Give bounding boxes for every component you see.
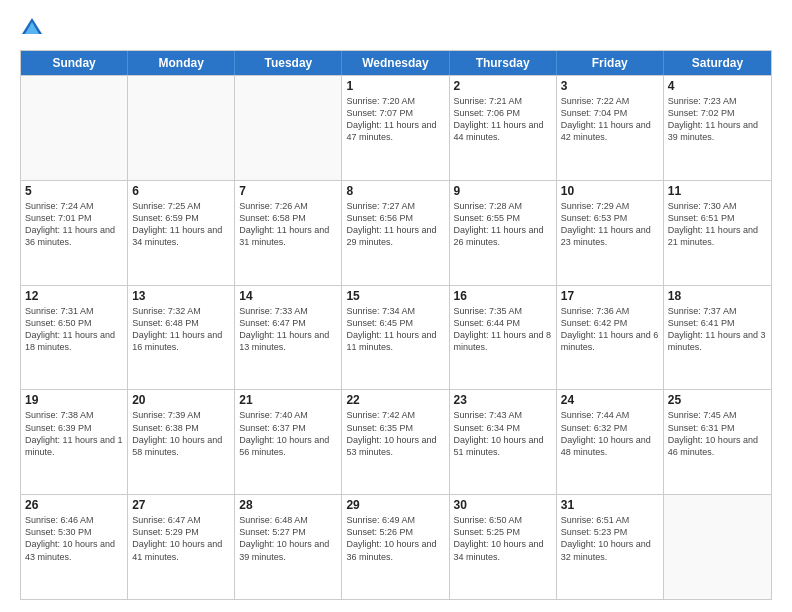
logo-icon bbox=[20, 16, 44, 40]
cell-info: Sunrise: 6:47 AMSunset: 5:29 PMDaylight:… bbox=[132, 514, 230, 563]
calendar-cell: 22Sunrise: 7:42 AMSunset: 6:35 PMDayligh… bbox=[342, 390, 449, 494]
calendar-cell: 11Sunrise: 7:30 AMSunset: 6:51 PMDayligh… bbox=[664, 181, 771, 285]
day-number: 4 bbox=[668, 79, 767, 93]
cell-info: Sunrise: 7:39 AMSunset: 6:38 PMDaylight:… bbox=[132, 409, 230, 458]
day-number: 8 bbox=[346, 184, 444, 198]
logo bbox=[20, 16, 48, 40]
cell-info: Sunrise: 7:42 AMSunset: 6:35 PMDaylight:… bbox=[346, 409, 444, 458]
day-number: 27 bbox=[132, 498, 230, 512]
cell-info: Sunrise: 7:45 AMSunset: 6:31 PMDaylight:… bbox=[668, 409, 767, 458]
day-number: 24 bbox=[561, 393, 659, 407]
calendar-cell: 3Sunrise: 7:22 AMSunset: 7:04 PMDaylight… bbox=[557, 76, 664, 180]
cell-info: Sunrise: 7:30 AMSunset: 6:51 PMDaylight:… bbox=[668, 200, 767, 249]
page: SundayMondayTuesdayWednesdayThursdayFrid… bbox=[0, 0, 792, 612]
cell-info: Sunrise: 7:31 AMSunset: 6:50 PMDaylight:… bbox=[25, 305, 123, 354]
calendar-cell bbox=[235, 76, 342, 180]
cell-info: Sunrise: 7:33 AMSunset: 6:47 PMDaylight:… bbox=[239, 305, 337, 354]
day-number: 11 bbox=[668, 184, 767, 198]
cell-info: Sunrise: 7:43 AMSunset: 6:34 PMDaylight:… bbox=[454, 409, 552, 458]
calendar-cell: 8Sunrise: 7:27 AMSunset: 6:56 PMDaylight… bbox=[342, 181, 449, 285]
day-number: 5 bbox=[25, 184, 123, 198]
calendar-cell: 17Sunrise: 7:36 AMSunset: 6:42 PMDayligh… bbox=[557, 286, 664, 390]
calendar-cell: 19Sunrise: 7:38 AMSunset: 6:39 PMDayligh… bbox=[21, 390, 128, 494]
calendar-cell: 30Sunrise: 6:50 AMSunset: 5:25 PMDayligh… bbox=[450, 495, 557, 599]
cell-info: Sunrise: 7:27 AMSunset: 6:56 PMDaylight:… bbox=[346, 200, 444, 249]
cell-info: Sunrise: 7:20 AMSunset: 7:07 PMDaylight:… bbox=[346, 95, 444, 144]
calendar-row: 26Sunrise: 6:46 AMSunset: 5:30 PMDayligh… bbox=[21, 494, 771, 599]
cell-info: Sunrise: 7:37 AMSunset: 6:41 PMDaylight:… bbox=[668, 305, 767, 354]
day-number: 17 bbox=[561, 289, 659, 303]
day-number: 25 bbox=[668, 393, 767, 407]
day-of-week-header: Tuesday bbox=[235, 51, 342, 75]
day-number: 16 bbox=[454, 289, 552, 303]
calendar-row: 19Sunrise: 7:38 AMSunset: 6:39 PMDayligh… bbox=[21, 389, 771, 494]
day-of-week-header: Saturday bbox=[664, 51, 771, 75]
day-number: 28 bbox=[239, 498, 337, 512]
header bbox=[20, 16, 772, 40]
day-number: 30 bbox=[454, 498, 552, 512]
day-number: 3 bbox=[561, 79, 659, 93]
calendar-body: 1Sunrise: 7:20 AMSunset: 7:07 PMDaylight… bbox=[21, 75, 771, 599]
day-of-week-header: Monday bbox=[128, 51, 235, 75]
day-number: 6 bbox=[132, 184, 230, 198]
day-of-week-header: Thursday bbox=[450, 51, 557, 75]
calendar-cell bbox=[21, 76, 128, 180]
day-number: 1 bbox=[346, 79, 444, 93]
calendar-cell: 26Sunrise: 6:46 AMSunset: 5:30 PMDayligh… bbox=[21, 495, 128, 599]
calendar-cell: 13Sunrise: 7:32 AMSunset: 6:48 PMDayligh… bbox=[128, 286, 235, 390]
day-number: 7 bbox=[239, 184, 337, 198]
cell-info: Sunrise: 6:46 AMSunset: 5:30 PMDaylight:… bbox=[25, 514, 123, 563]
day-number: 2 bbox=[454, 79, 552, 93]
cell-info: Sunrise: 7:25 AMSunset: 6:59 PMDaylight:… bbox=[132, 200, 230, 249]
calendar-cell: 7Sunrise: 7:26 AMSunset: 6:58 PMDaylight… bbox=[235, 181, 342, 285]
calendar-cell: 5Sunrise: 7:24 AMSunset: 7:01 PMDaylight… bbox=[21, 181, 128, 285]
calendar-cell: 28Sunrise: 6:48 AMSunset: 5:27 PMDayligh… bbox=[235, 495, 342, 599]
calendar-cell: 23Sunrise: 7:43 AMSunset: 6:34 PMDayligh… bbox=[450, 390, 557, 494]
calendar-cell: 1Sunrise: 7:20 AMSunset: 7:07 PMDaylight… bbox=[342, 76, 449, 180]
cell-info: Sunrise: 6:49 AMSunset: 5:26 PMDaylight:… bbox=[346, 514, 444, 563]
cell-info: Sunrise: 7:21 AMSunset: 7:06 PMDaylight:… bbox=[454, 95, 552, 144]
calendar-header: SundayMondayTuesdayWednesdayThursdayFrid… bbox=[21, 51, 771, 75]
calendar-cell: 14Sunrise: 7:33 AMSunset: 6:47 PMDayligh… bbox=[235, 286, 342, 390]
calendar-cell: 18Sunrise: 7:37 AMSunset: 6:41 PMDayligh… bbox=[664, 286, 771, 390]
day-of-week-header: Wednesday bbox=[342, 51, 449, 75]
cell-info: Sunrise: 7:35 AMSunset: 6:44 PMDaylight:… bbox=[454, 305, 552, 354]
calendar-cell: 10Sunrise: 7:29 AMSunset: 6:53 PMDayligh… bbox=[557, 181, 664, 285]
cell-info: Sunrise: 6:51 AMSunset: 5:23 PMDaylight:… bbox=[561, 514, 659, 563]
calendar-row: 1Sunrise: 7:20 AMSunset: 7:07 PMDaylight… bbox=[21, 75, 771, 180]
day-number: 29 bbox=[346, 498, 444, 512]
calendar-cell bbox=[664, 495, 771, 599]
cell-info: Sunrise: 7:29 AMSunset: 6:53 PMDaylight:… bbox=[561, 200, 659, 249]
day-number: 21 bbox=[239, 393, 337, 407]
calendar-cell bbox=[128, 76, 235, 180]
calendar-cell: 25Sunrise: 7:45 AMSunset: 6:31 PMDayligh… bbox=[664, 390, 771, 494]
calendar: SundayMondayTuesdayWednesdayThursdayFrid… bbox=[20, 50, 772, 600]
cell-info: Sunrise: 7:40 AMSunset: 6:37 PMDaylight:… bbox=[239, 409, 337, 458]
calendar-cell: 27Sunrise: 6:47 AMSunset: 5:29 PMDayligh… bbox=[128, 495, 235, 599]
day-number: 18 bbox=[668, 289, 767, 303]
calendar-cell: 29Sunrise: 6:49 AMSunset: 5:26 PMDayligh… bbox=[342, 495, 449, 599]
calendar-row: 5Sunrise: 7:24 AMSunset: 7:01 PMDaylight… bbox=[21, 180, 771, 285]
day-number: 23 bbox=[454, 393, 552, 407]
calendar-cell: 15Sunrise: 7:34 AMSunset: 6:45 PMDayligh… bbox=[342, 286, 449, 390]
day-number: 10 bbox=[561, 184, 659, 198]
cell-info: Sunrise: 6:50 AMSunset: 5:25 PMDaylight:… bbox=[454, 514, 552, 563]
calendar-cell: 16Sunrise: 7:35 AMSunset: 6:44 PMDayligh… bbox=[450, 286, 557, 390]
cell-info: Sunrise: 7:26 AMSunset: 6:58 PMDaylight:… bbox=[239, 200, 337, 249]
calendar-cell: 21Sunrise: 7:40 AMSunset: 6:37 PMDayligh… bbox=[235, 390, 342, 494]
day-of-week-header: Sunday bbox=[21, 51, 128, 75]
calendar-cell: 6Sunrise: 7:25 AMSunset: 6:59 PMDaylight… bbox=[128, 181, 235, 285]
cell-info: Sunrise: 7:36 AMSunset: 6:42 PMDaylight:… bbox=[561, 305, 659, 354]
cell-info: Sunrise: 7:38 AMSunset: 6:39 PMDaylight:… bbox=[25, 409, 123, 458]
day-number: 13 bbox=[132, 289, 230, 303]
day-number: 19 bbox=[25, 393, 123, 407]
calendar-cell: 20Sunrise: 7:39 AMSunset: 6:38 PMDayligh… bbox=[128, 390, 235, 494]
day-number: 20 bbox=[132, 393, 230, 407]
calendar-cell: 31Sunrise: 6:51 AMSunset: 5:23 PMDayligh… bbox=[557, 495, 664, 599]
day-number: 15 bbox=[346, 289, 444, 303]
cell-info: Sunrise: 7:44 AMSunset: 6:32 PMDaylight:… bbox=[561, 409, 659, 458]
cell-info: Sunrise: 7:28 AMSunset: 6:55 PMDaylight:… bbox=[454, 200, 552, 249]
calendar-cell: 9Sunrise: 7:28 AMSunset: 6:55 PMDaylight… bbox=[450, 181, 557, 285]
day-number: 9 bbox=[454, 184, 552, 198]
cell-info: Sunrise: 7:24 AMSunset: 7:01 PMDaylight:… bbox=[25, 200, 123, 249]
